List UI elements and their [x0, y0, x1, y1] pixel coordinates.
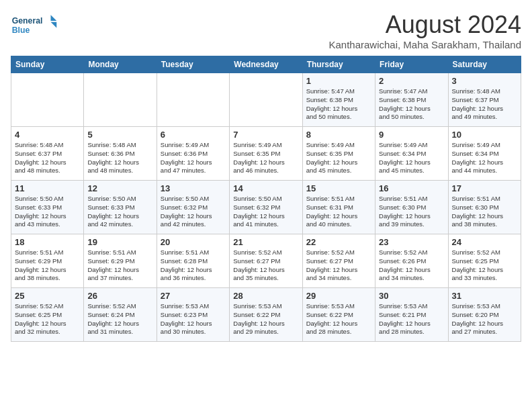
- day-cell: 12Sunrise: 5:50 AM Sunset: 6:33 PM Dayli…: [84, 181, 157, 234]
- day-number: 14: [233, 183, 298, 193]
- day-cell: 20Sunrise: 5:51 AM Sunset: 6:28 PM Dayli…: [157, 234, 229, 288]
- logo: General Blue: [11, 11, 58, 40]
- day-number: 1: [306, 76, 371, 86]
- day-cell: 27Sunrise: 5:53 AM Sunset: 6:23 PM Dayli…: [157, 288, 229, 342]
- day-detail: Sunrise: 5:48 AM Sunset: 6:37 PM Dayligh…: [15, 141, 80, 175]
- day-detail: Sunrise: 5:53 AM Sunset: 6:22 PM Dayligh…: [233, 302, 298, 336]
- day-number: 22: [306, 237, 371, 247]
- day-detail: Sunrise: 5:52 AM Sunset: 6:24 PM Dayligh…: [87, 302, 152, 336]
- day-detail: Sunrise: 5:52 AM Sunset: 6:25 PM Dayligh…: [452, 248, 517, 283]
- day-number: 11: [15, 183, 80, 193]
- page-header: General Blue August 2024 Kantharawichai,…: [11, 11, 521, 50]
- day-detail: Sunrise: 5:48 AM Sunset: 6:36 PM Dayligh…: [87, 141, 152, 175]
- day-cell: 11Sunrise: 5:50 AM Sunset: 6:33 PM Dayli…: [11, 181, 84, 234]
- day-number: 26: [87, 291, 152, 301]
- day-cell: 7Sunrise: 5:49 AM Sunset: 6:35 PM Daylig…: [230, 127, 302, 181]
- day-number: 16: [379, 183, 444, 193]
- day-cell: 10Sunrise: 5:49 AM Sunset: 6:34 PM Dayli…: [448, 127, 521, 181]
- day-cell: [157, 73, 229, 127]
- day-cell: 8Sunrise: 5:49 AM Sunset: 6:35 PM Daylig…: [302, 127, 375, 181]
- day-cell: 24Sunrise: 5:52 AM Sunset: 6:25 PM Dayli…: [448, 234, 521, 288]
- day-number: 27: [161, 291, 226, 301]
- day-detail: Sunrise: 5:51 AM Sunset: 6:31 PM Dayligh…: [306, 195, 371, 229]
- day-detail: Sunrise: 5:49 AM Sunset: 6:34 PM Dayligh…: [379, 141, 444, 175]
- week-row-5: 25Sunrise: 5:52 AM Sunset: 6:25 PM Dayli…: [11, 288, 521, 342]
- day-cell: [84, 73, 157, 127]
- day-number: 17: [452, 183, 517, 193]
- col-header-sunday: Sunday: [11, 56, 84, 73]
- week-row-4: 18Sunrise: 5:51 AM Sunset: 6:29 PM Dayli…: [11, 234, 521, 288]
- calendar-header-row: SundayMondayTuesdayWednesdayThursdayFrid…: [11, 56, 521, 73]
- day-number: 18: [15, 237, 80, 247]
- day-cell: 14Sunrise: 5:50 AM Sunset: 6:32 PM Dayli…: [230, 181, 302, 234]
- day-cell: 28Sunrise: 5:53 AM Sunset: 6:22 PM Dayli…: [230, 288, 302, 342]
- location-subtitle: Kantharawichai, Maha Sarakham, Thailand: [328, 39, 521, 50]
- day-detail: Sunrise: 5:50 AM Sunset: 6:32 PM Dayligh…: [233, 195, 298, 229]
- day-detail: Sunrise: 5:52 AM Sunset: 6:27 PM Dayligh…: [233, 248, 298, 283]
- week-row-1: 1Sunrise: 5:47 AM Sunset: 6:38 PM Daylig…: [11, 73, 521, 127]
- day-detail: Sunrise: 5:51 AM Sunset: 6:30 PM Dayligh…: [379, 195, 444, 229]
- month-year-title: August 2024: [328, 11, 521, 39]
- day-cell: 1Sunrise: 5:47 AM Sunset: 6:38 PM Daylig…: [302, 73, 375, 127]
- day-cell: 31Sunrise: 5:53 AM Sunset: 6:20 PM Dayli…: [448, 288, 521, 342]
- day-detail: Sunrise: 5:47 AM Sunset: 6:38 PM Dayligh…: [379, 87, 444, 122]
- day-number: 3: [452, 76, 517, 86]
- day-detail: Sunrise: 5:52 AM Sunset: 6:25 PM Dayligh…: [15, 302, 80, 336]
- day-detail: Sunrise: 5:51 AM Sunset: 6:29 PM Dayligh…: [87, 248, 152, 283]
- day-cell: 21Sunrise: 5:52 AM Sunset: 6:27 PM Dayli…: [230, 234, 302, 288]
- day-cell: 3Sunrise: 5:48 AM Sunset: 6:37 PM Daylig…: [448, 73, 521, 127]
- day-cell: 17Sunrise: 5:51 AM Sunset: 6:30 PM Dayli…: [448, 181, 521, 234]
- day-detail: Sunrise: 5:49 AM Sunset: 6:35 PM Dayligh…: [233, 141, 298, 175]
- day-number: 31: [452, 291, 517, 301]
- week-row-2: 4Sunrise: 5:48 AM Sunset: 6:37 PM Daylig…: [11, 127, 521, 181]
- col-header-thursday: Thursday: [302, 56, 375, 73]
- day-detail: Sunrise: 5:49 AM Sunset: 6:35 PM Dayligh…: [306, 141, 371, 175]
- day-number: 5: [87, 130, 152, 140]
- day-detail: Sunrise: 5:53 AM Sunset: 6:20 PM Dayligh…: [452, 302, 517, 336]
- day-number: 8: [306, 130, 371, 140]
- day-detail: Sunrise: 5:52 AM Sunset: 6:26 PM Dayligh…: [379, 248, 444, 283]
- day-detail: Sunrise: 5:50 AM Sunset: 6:33 PM Dayligh…: [15, 195, 80, 229]
- day-number: 9: [379, 130, 444, 140]
- svg-marker-2: [51, 15, 57, 21]
- day-number: 23: [379, 237, 444, 247]
- day-cell: 18Sunrise: 5:51 AM Sunset: 6:29 PM Dayli…: [11, 234, 84, 288]
- day-cell: 16Sunrise: 5:51 AM Sunset: 6:30 PM Dayli…: [375, 181, 448, 234]
- day-number: 24: [452, 237, 517, 247]
- svg-text:Blue: Blue: [12, 26, 30, 35]
- day-number: 15: [306, 183, 371, 193]
- day-cell: 29Sunrise: 5:53 AM Sunset: 6:22 PM Dayli…: [302, 288, 375, 342]
- day-cell: 9Sunrise: 5:49 AM Sunset: 6:34 PM Daylig…: [375, 127, 448, 181]
- day-detail: Sunrise: 5:50 AM Sunset: 6:33 PM Dayligh…: [87, 195, 152, 229]
- day-detail: Sunrise: 5:47 AM Sunset: 6:38 PM Dayligh…: [306, 87, 371, 122]
- day-detail: Sunrise: 5:50 AM Sunset: 6:32 PM Dayligh…: [161, 195, 226, 229]
- col-header-saturday: Saturday: [448, 56, 521, 73]
- day-detail: Sunrise: 5:49 AM Sunset: 6:36 PM Dayligh…: [161, 141, 226, 175]
- week-row-3: 11Sunrise: 5:50 AM Sunset: 6:33 PM Dayli…: [11, 181, 521, 234]
- day-cell: 2Sunrise: 5:47 AM Sunset: 6:38 PM Daylig…: [375, 73, 448, 127]
- day-cell: 13Sunrise: 5:50 AM Sunset: 6:32 PM Dayli…: [157, 181, 229, 234]
- svg-text:General: General: [12, 16, 43, 26]
- svg-marker-3: [51, 22, 57, 28]
- day-number: 30: [379, 291, 444, 301]
- day-number: 10: [452, 130, 517, 140]
- logo-svg: General Blue: [11, 11, 58, 40]
- day-detail: Sunrise: 5:51 AM Sunset: 6:30 PM Dayligh…: [452, 195, 517, 229]
- day-detail: Sunrise: 5:51 AM Sunset: 6:28 PM Dayligh…: [161, 248, 226, 283]
- col-header-wednesday: Wednesday: [230, 56, 302, 73]
- day-detail: Sunrise: 5:48 AM Sunset: 6:37 PM Dayligh…: [452, 87, 517, 122]
- day-detail: Sunrise: 5:51 AM Sunset: 6:29 PM Dayligh…: [15, 248, 80, 283]
- day-cell: [11, 73, 84, 127]
- day-number: 7: [233, 130, 298, 140]
- day-cell: 23Sunrise: 5:52 AM Sunset: 6:26 PM Dayli…: [375, 234, 448, 288]
- day-detail: Sunrise: 5:53 AM Sunset: 6:22 PM Dayligh…: [306, 302, 371, 336]
- day-cell: 15Sunrise: 5:51 AM Sunset: 6:31 PM Dayli…: [302, 181, 375, 234]
- col-header-friday: Friday: [375, 56, 448, 73]
- day-number: 29: [306, 291, 371, 301]
- day-cell: 4Sunrise: 5:48 AM Sunset: 6:37 PM Daylig…: [11, 127, 84, 181]
- day-detail: Sunrise: 5:53 AM Sunset: 6:21 PM Dayligh…: [379, 302, 444, 336]
- day-number: 21: [233, 237, 298, 247]
- day-number: 28: [233, 291, 298, 301]
- day-cell: [230, 73, 302, 127]
- day-cell: 19Sunrise: 5:51 AM Sunset: 6:29 PM Dayli…: [84, 234, 157, 288]
